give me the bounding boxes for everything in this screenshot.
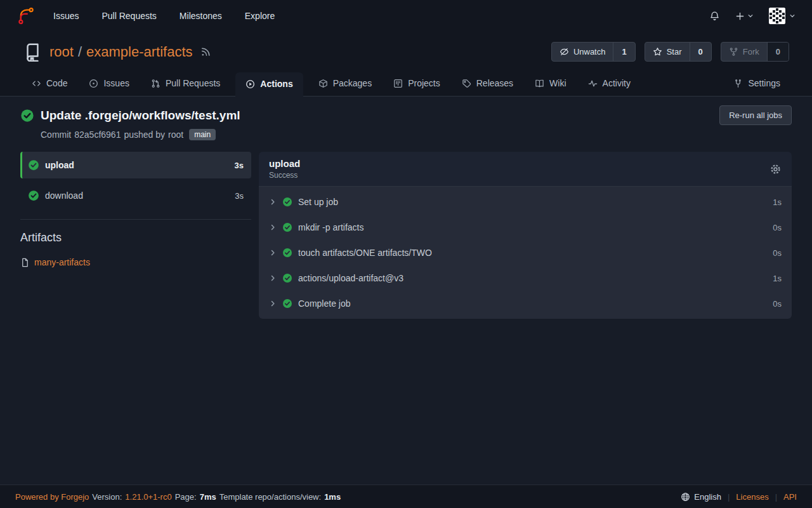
rss-icon[interactable]	[200, 46, 211, 57]
success-check-icon	[282, 222, 292, 232]
pull-request-icon	[151, 79, 160, 88]
nav-milestones[interactable]: Milestones	[180, 11, 222, 21]
issue-circle-icon	[89, 79, 98, 88]
powered-by-link[interactable]: Powered by Forgejo	[15, 492, 89, 502]
nav-pull-requests[interactable]: Pull Requests	[102, 11, 156, 21]
user-avatar	[769, 8, 785, 24]
navbar-right	[709, 8, 796, 24]
tag-icon	[462, 79, 471, 88]
branch-badge[interactable]: main	[189, 129, 216, 140]
nav-explore[interactable]: Explore	[245, 11, 275, 21]
success-check-icon	[282, 298, 292, 309]
job-list-sidebar: upload 3s download 3s Artifacts many-art…	[20, 152, 251, 267]
success-check-icon	[20, 109, 34, 123]
plus-icon	[735, 11, 745, 21]
footer: Powered by Forgejo Version: 1.21.0+1-rc0…	[0, 485, 812, 508]
job-name: upload	[45, 160, 74, 170]
book-open-icon	[535, 79, 544, 88]
gear-icon[interactable]	[769, 163, 782, 175]
page-time: 7ms	[200, 492, 216, 502]
chevron-right-icon	[269, 224, 277, 231]
footer-info: Powered by Forgejo Version: 1.21.0+1-rc0…	[15, 492, 341, 502]
pulse-icon	[588, 79, 598, 88]
tab-packages[interactable]: Packages	[312, 72, 378, 96]
job-duration: 3s	[235, 161, 244, 170]
globe-icon	[681, 492, 690, 502]
code-icon	[32, 79, 41, 88]
tab-code[interactable]: Code	[25, 72, 74, 96]
chevron-right-icon	[269, 249, 277, 257]
artifacts-heading: Artifacts	[20, 231, 251, 244]
version-link[interactable]: 1.21.0+1-rc0	[125, 492, 171, 502]
step-row-touch[interactable]: touch artifacts/ONE artifacts/TWO 0s	[259, 240, 792, 265]
tab-pull-requests[interactable]: Pull Requests	[145, 72, 226, 96]
step-row-complete-job[interactable]: Complete job 0s	[259, 291, 792, 316]
tab-issues[interactable]: Issues	[82, 72, 135, 96]
chevron-right-icon	[269, 274, 277, 282]
tab-wiki[interactable]: Wiki	[528, 72, 572, 96]
artifact-item: many-artifacts	[20, 257, 251, 267]
repo-owner-link[interactable]: root	[49, 44, 74, 60]
template-time: 1ms	[324, 492, 341, 502]
chevron-down-icon	[747, 13, 754, 19]
notifications-bell-icon[interactable]	[709, 11, 720, 22]
success-check-icon	[28, 190, 39, 201]
repo-header: root / example-artifacts Unwatch 1	[0, 32, 812, 97]
artifact-download-link[interactable]: many-artifacts	[34, 257, 90, 267]
step-row-mkdir[interactable]: mkdir -p artifacts 0s	[259, 215, 792, 240]
play-circle-icon	[246, 79, 255, 89]
job-duration: 3s	[235, 191, 244, 201]
fork-button[interactable]: Fork 0	[721, 42, 789, 62]
commit-sha-link[interactable]: 82a5cf6961	[74, 130, 121, 140]
step-row-upload-artifact[interactable]: actions/upload-artifact@v3 1s	[259, 265, 792, 291]
user-menu[interactable]	[769, 8, 796, 24]
language-selector[interactable]: English	[681, 492, 721, 502]
step-duration: 1s	[773, 197, 782, 207]
job-item-upload[interactable]: upload 3s	[20, 152, 251, 178]
step-duration: 0s	[773, 299, 782, 309]
repo-action-buttons: Unwatch 1 Star 0	[551, 42, 789, 62]
tab-projects[interactable]: Projects	[387, 72, 447, 96]
unwatch-button[interactable]: Unwatch 1	[551, 42, 636, 62]
api-link[interactable]: API	[783, 492, 797, 502]
repo-tabs: Code Issues Pull Requests Actions Packag…	[0, 68, 812, 97]
step-name: Set up job	[298, 197, 338, 207]
project-board-icon	[393, 79, 403, 88]
repo-name-link[interactable]: example-artifacts	[86, 44, 193, 60]
footer-links: English | Licenses | API	[681, 492, 797, 502]
job-detail-title: upload	[269, 158, 300, 169]
rerun-all-jobs-button[interactable]: Re-run all jobs	[719, 105, 792, 125]
licenses-link[interactable]: Licenses	[736, 492, 768, 502]
fork-icon	[729, 47, 738, 57]
file-icon	[20, 258, 30, 267]
watch-count: 1	[613, 43, 634, 61]
star-button[interactable]: Star 0	[645, 42, 712, 62]
tab-actions[interactable]: Actions	[235, 72, 303, 97]
sidebar-divider	[20, 219, 251, 220]
tab-releases[interactable]: Releases	[455, 72, 520, 96]
step-name: Complete job	[298, 298, 351, 309]
success-check-icon	[28, 159, 39, 171]
job-name: download	[45, 190, 83, 201]
step-duration: 0s	[773, 248, 782, 258]
forgejo-logo-icon[interactable]	[16, 6, 36, 25]
commit-author-link[interactable]: root	[168, 130, 183, 140]
top-navbar: Issues Pull Requests Milestones Explore	[0, 0, 812, 32]
star-icon	[653, 47, 662, 57]
tab-settings[interactable]: Settings	[727, 72, 787, 96]
run-title: Update .forgejo/workflows/test.yml	[41, 109, 240, 123]
tab-activity[interactable]: Activity	[582, 72, 637, 96]
step-row-setup-job[interactable]: Set up job 1s	[259, 189, 792, 215]
breadcrumb-separator: /	[78, 44, 82, 60]
repo-book-icon	[23, 43, 42, 62]
nav-issues[interactable]: Issues	[53, 11, 79, 21]
step-list: Set up job 1s mkdir -p artifacts 0s touc…	[259, 187, 792, 319]
step-name: touch artifacts/ONE artifacts/TWO	[298, 248, 432, 258]
create-new-dropdown[interactable]	[735, 11, 754, 21]
success-check-icon	[282, 273, 292, 283]
job-detail-header: upload Success	[259, 152, 792, 187]
step-name: actions/upload-artifact@v3	[298, 273, 403, 283]
job-item-download[interactable]: download 3s	[20, 182, 251, 209]
package-icon	[318, 79, 328, 88]
eye-slash-icon	[560, 47, 569, 57]
